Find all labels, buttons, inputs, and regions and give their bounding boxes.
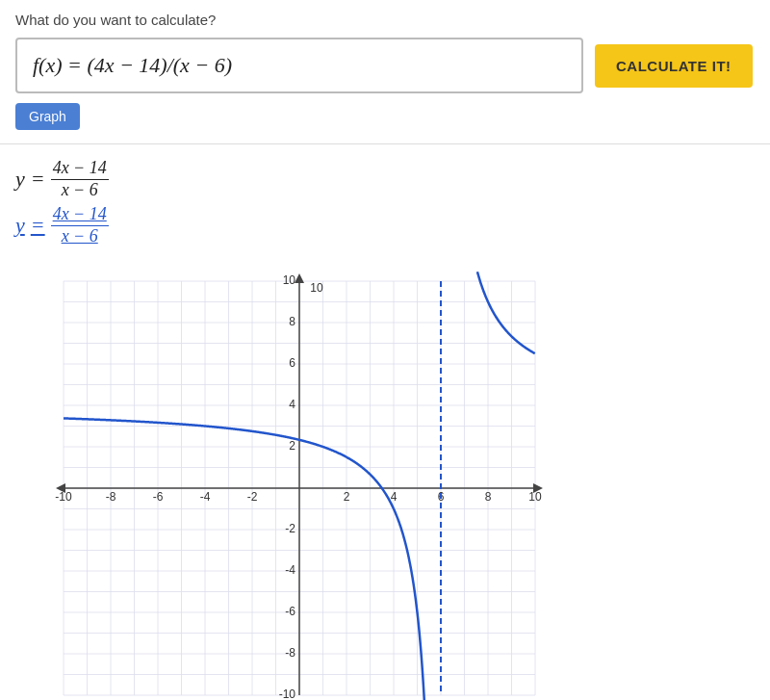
eq-blue-denominator: x − 6 [60, 226, 100, 247]
eq-black-denominator: x − 6 [60, 180, 100, 201]
eq-black-y: y [15, 167, 25, 192]
eq-black-fraction: 4x − 14 x − 6 [51, 158, 109, 200]
eq-black-numerator: 4x − 14 [51, 158, 109, 180]
question-label: What do you want to calculate? [15, 12, 755, 28]
eq-black-equals: = [31, 167, 45, 192]
calculate-button[interactable]: CALCULATE IT! [595, 44, 753, 88]
formula-input[interactable] [15, 38, 583, 93]
section-divider [0, 143, 770, 144]
equation-blue: y = 4x − 14 x − 6 [15, 204, 755, 246]
graph-canvas [15, 262, 554, 700]
eq-blue-numerator: 4x − 14 [51, 204, 109, 226]
graph-button[interactable]: Graph [15, 103, 80, 130]
graph-area [15, 262, 554, 700]
eq-blue-equals: = [31, 213, 45, 238]
result-section: y = 4x − 14 x − 6 y = 4x − 14 x − 6 [0, 158, 770, 246]
eq-blue-y: y [15, 213, 25, 238]
eq-blue-fraction: 4x − 14 x − 6 [51, 204, 109, 246]
equation-black: y = 4x − 14 x − 6 [15, 158, 755, 200]
